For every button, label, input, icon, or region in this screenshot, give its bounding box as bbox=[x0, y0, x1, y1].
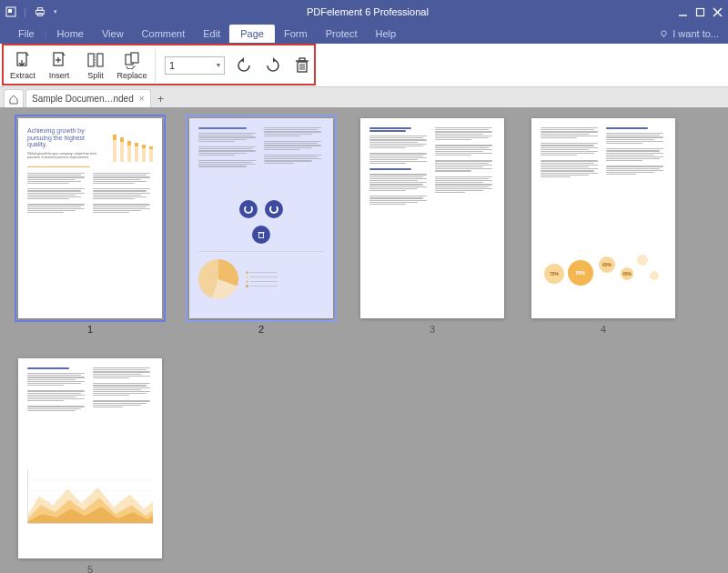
lightbulb-icon bbox=[659, 29, 669, 39]
menu-file[interactable]: File bbox=[9, 25, 44, 42]
document-tab[interactable]: Sample Documen…nded × bbox=[25, 89, 151, 107]
menu-protect[interactable]: Protect bbox=[317, 25, 367, 42]
chevron-down-icon: ▾ bbox=[217, 61, 220, 69]
menu-edit[interactable]: Edit bbox=[194, 25, 229, 42]
minimize-icon[interactable] bbox=[678, 7, 688, 17]
extract-button[interactable]: Extract bbox=[5, 45, 40, 85]
page-number-input[interactable]: 1 ▾ bbox=[165, 56, 225, 75]
page-number-label: 3 bbox=[430, 324, 435, 335]
page-thumbnail[interactable]: 5 bbox=[18, 358, 162, 573]
maximize-icon[interactable] bbox=[695, 7, 705, 17]
replace-button[interactable]: Replace bbox=[115, 45, 149, 85]
page-thumbnail[interactable]: Achieving growth by pursuing the highest… bbox=[18, 118, 162, 335]
close-tab-icon[interactable]: × bbox=[139, 94, 145, 104]
page1-bar-chart bbox=[107, 127, 153, 162]
home-tab[interactable] bbox=[4, 89, 24, 107]
page-number-label: 2 bbox=[258, 324, 264, 335]
page-number-label: 4 bbox=[601, 324, 606, 335]
svg-rect-15 bbox=[88, 54, 94, 66]
split-icon bbox=[86, 51, 105, 69]
page-number-label: 1 bbox=[87, 324, 93, 335]
insert-label: Insert bbox=[49, 71, 70, 80]
menu-divider: | bbox=[24, 6, 26, 17]
page5-area-chart bbox=[27, 469, 153, 524]
replace-label: Replace bbox=[116, 71, 147, 80]
page-thumbnail-image bbox=[189, 118, 333, 318]
menu-view[interactable]: View bbox=[93, 25, 133, 42]
page-number-label: 5 bbox=[87, 564, 93, 573]
close-icon[interactable] bbox=[713, 7, 723, 17]
page4-bubble-chart: 70% 85% 60% 45% bbox=[541, 247, 666, 293]
document-tab-bar: Sample Documen…nded × + bbox=[0, 87, 728, 107]
page1-heading: Achieving growth by pursuing the highest… bbox=[27, 127, 96, 148]
svg-rect-6 bbox=[697, 8, 704, 15]
app-logo-icon bbox=[5, 6, 16, 17]
rotate-ccw-button[interactable] bbox=[234, 55, 254, 75]
title-bar: | ▾ PDFelement 6 Professional bbox=[0, 0, 728, 24]
page-thumbnail-image bbox=[360, 118, 504, 318]
toolbar-divider bbox=[155, 49, 156, 82]
print-icon[interactable] bbox=[34, 5, 46, 18]
svg-rect-19 bbox=[131, 53, 138, 63]
svg-rect-22 bbox=[299, 58, 305, 61]
split-button[interactable]: Split bbox=[78, 45, 113, 85]
svg-point-9 bbox=[662, 30, 667, 35]
i-want-to-label: I want to... bbox=[672, 28, 719, 39]
page-thumbnail[interactable]: 2 bbox=[189, 118, 333, 335]
svg-rect-1 bbox=[8, 9, 12, 13]
menu-form[interactable]: Form bbox=[275, 25, 317, 42]
page-thumbnail-image bbox=[18, 358, 162, 558]
svg-rect-16 bbox=[97, 54, 103, 66]
page-toolbar: Extract Insert Split Replace 1 ▾ bbox=[0, 44, 728, 87]
app-title: PDFelement 6 Professional bbox=[57, 6, 678, 17]
menu-comment[interactable]: Comment bbox=[133, 25, 195, 42]
extract-label: Extract bbox=[10, 71, 35, 80]
page2-pie-chart bbox=[198, 259, 238, 299]
menu-bar: File| Home View Comment Edit Page Form P… bbox=[0, 24, 728, 44]
rotate-cw-button[interactable] bbox=[263, 55, 283, 75]
menu-help[interactable]: Help bbox=[366, 25, 405, 42]
delete-page-button[interactable] bbox=[292, 55, 312, 75]
svg-rect-3 bbox=[37, 8, 42, 11]
page-thumbnail-image: Achieving growth by pursuing the highest… bbox=[18, 118, 162, 318]
insert-icon bbox=[50, 51, 68, 69]
extract-icon bbox=[14, 51, 32, 69]
replace-icon bbox=[123, 51, 141, 69]
menu-home[interactable]: Home bbox=[48, 25, 93, 42]
page-thumbnail[interactable]: 3 bbox=[360, 118, 504, 335]
menu-page[interactable]: Page bbox=[229, 25, 275, 43]
page-thumbnail-image: 70% 85% 60% 45% bbox=[531, 118, 675, 318]
insert-button[interactable]: Insert bbox=[42, 45, 76, 85]
page-thumbnail[interactable]: 70% 85% 60% 45% 4 bbox=[531, 118, 675, 335]
page1-subheading: Global growth for your company; adapt fr… bbox=[27, 152, 96, 159]
i-want-to[interactable]: I want to... bbox=[659, 28, 719, 39]
new-tab-button[interactable]: + bbox=[153, 91, 169, 107]
document-tab-label: Sample Documen…nded bbox=[32, 94, 134, 104]
page-thumbnail-grid[interactable]: Achieving growth by pursuing the highest… bbox=[0, 107, 728, 573]
split-label: Split bbox=[87, 71, 104, 80]
page-number-value: 1 bbox=[169, 60, 175, 71]
